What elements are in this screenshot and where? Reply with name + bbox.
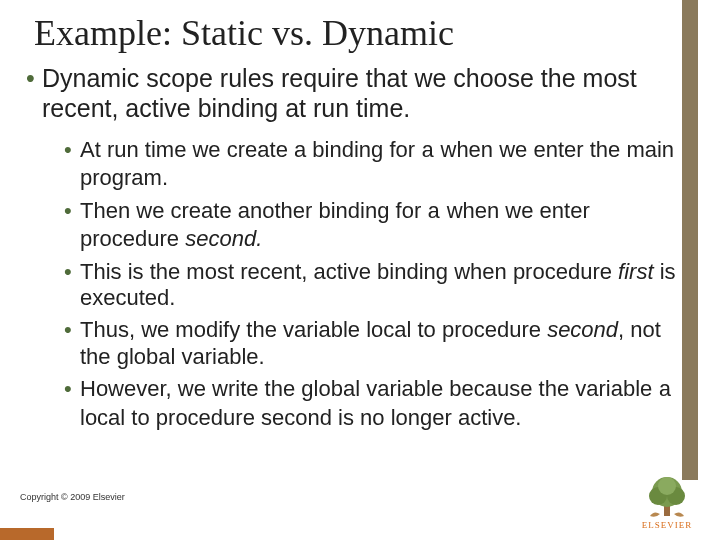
sub-bullet-4: Thus, we modify the variable local to pr… [64,317,680,370]
tree-icon [644,474,690,518]
proc-second: second. [185,226,262,251]
proc-first: first [618,259,653,284]
code-var-a: a [421,139,434,164]
text: However, we write the global variable be… [80,376,658,401]
logo-text: ELSEVIER [632,520,702,530]
svg-point-4 [658,477,676,495]
sub-bullet-list: At run time we create a binding for a wh… [64,137,680,431]
code-var-a: a [658,378,671,403]
text: At run time we create a binding for [80,137,421,162]
copyright-text: Copyright © 2009 Elsevier [20,492,125,502]
elsevier-logo: ELSEVIER [632,474,702,530]
text: This is the most recent, active binding … [80,259,618,284]
proc-second: second [547,317,618,342]
bottom-accent-bar [0,528,54,540]
main-bullet: Dynamic scope rules require that we choo… [26,64,692,123]
text: Thus, we modify the variable local to pr… [80,317,547,342]
text: local to procedure second is no longer a… [80,405,521,430]
sub-bullet-5: However, we write the global variable be… [64,376,680,431]
code-var-a: a [427,200,440,225]
sub-bullet-2: Then we create another binding for a whe… [64,198,680,253]
slide: Example: Static vs. Dynamic Dynamic scop… [0,0,720,540]
slide-title: Example: Static vs. Dynamic [34,12,692,54]
sub-bullet-3: This is the most recent, active binding … [64,259,680,312]
text: Then we create another binding for [80,198,427,223]
sub-bullet-1: At run time we create a binding for a wh… [64,137,680,192]
